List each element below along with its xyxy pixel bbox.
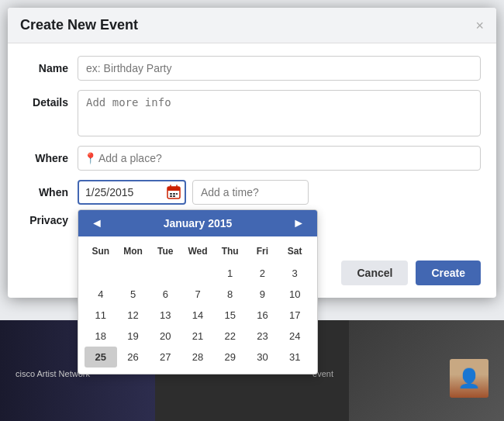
calendar-day-empty xyxy=(85,263,117,284)
details-row: Details xyxy=(23,90,481,136)
weekday-fri: Fri xyxy=(247,243,279,260)
calendar-next-button[interactable]: ► xyxy=(289,216,308,230)
calendar-dropdown: ◄ January 2015 ► Sun Mon Tue Wed xyxy=(78,209,318,374)
calendar-day-empty xyxy=(117,263,150,284)
calendar-day-15[interactable]: 15 xyxy=(214,305,247,326)
calendar-day-2[interactable]: 2 xyxy=(247,263,279,284)
calendar-day-11[interactable]: 11 xyxy=(85,305,117,326)
calendar-month-year: January 2015 xyxy=(164,217,233,229)
where-label: Where xyxy=(23,146,78,164)
weekday-wed: Wed xyxy=(181,243,214,260)
modal-header: Create New Event × xyxy=(8,8,496,43)
calendar-day-20[interactable]: 20 xyxy=(149,326,181,347)
calendar-day-25[interactable]: 25 xyxy=(85,347,117,368)
calendar-day-empty xyxy=(181,263,214,284)
svg-rect-7 xyxy=(170,195,172,197)
calendar-days: 1234567891011121314151617181920212223242… xyxy=(85,263,311,368)
calendar-day-8[interactable]: 8 xyxy=(214,284,247,305)
name-input[interactable] xyxy=(78,56,481,81)
weekday-mon: Mon xyxy=(117,243,150,260)
close-button[interactable]: × xyxy=(475,19,484,33)
svg-rect-1 xyxy=(167,187,180,191)
where-row: Where 📍 xyxy=(23,146,481,171)
calendar-day-12[interactable]: 12 xyxy=(117,305,150,326)
calendar-icon-button[interactable] xyxy=(166,185,181,200)
calendar-day-1[interactable]: 1 xyxy=(214,263,247,284)
weekday-tue: Tue xyxy=(149,243,181,260)
where-input-wrapper: 📍 xyxy=(78,146,481,171)
calendar-header: ◄ January 2015 ► xyxy=(78,210,317,236)
cancel-button[interactable]: Cancel xyxy=(341,261,408,285)
calendar-weekdays: Sun Mon Tue Wed Thu Fri Sat xyxy=(85,243,311,260)
calendar-day-4[interactable]: 4 xyxy=(85,284,117,305)
calendar-day-7[interactable]: 7 xyxy=(181,284,214,305)
calendar-day-27[interactable]: 27 xyxy=(149,347,181,368)
details-input[interactable] xyxy=(78,90,481,136)
calendar-day-21[interactable]: 21 xyxy=(181,326,214,347)
privacy-label: Privacy xyxy=(23,214,78,226)
calendar-day-6[interactable]: 6 xyxy=(149,284,181,305)
calendar-day-13[interactable]: 13 xyxy=(149,305,181,326)
calendar-day-empty xyxy=(149,263,181,284)
svg-rect-6 xyxy=(176,193,178,195)
create-event-modal: Create New Event × Name Details Where 📍 xyxy=(8,8,496,298)
time-input[interactable] xyxy=(192,180,309,205)
modal-body: Name Details Where 📍 When xyxy=(8,43,496,253)
calendar-day-3[interactable]: 3 xyxy=(278,263,311,284)
svg-rect-8 xyxy=(173,195,175,197)
weekday-sun: Sun xyxy=(85,243,117,260)
weekday-sat: Sat xyxy=(278,243,311,260)
calendar-day-9[interactable]: 9 xyxy=(247,284,279,305)
calendar-day-23[interactable]: 23 xyxy=(247,326,279,347)
name-label: Name xyxy=(23,56,78,74)
details-label: Details xyxy=(23,90,78,109)
calendar-day-10[interactable]: 10 xyxy=(278,284,311,305)
calendar-day-14[interactable]: 14 xyxy=(181,305,214,326)
calendar-day-24[interactable]: 24 xyxy=(278,326,311,347)
calendar-day-22[interactable]: 22 xyxy=(214,326,247,347)
calendar-day-26[interactable]: 26 xyxy=(117,347,150,368)
calendar-day-19[interactable]: 19 xyxy=(117,326,150,347)
calendar-day-30[interactable]: 30 xyxy=(247,347,279,368)
calendar-day-16[interactable]: 16 xyxy=(247,305,279,326)
where-input[interactable] xyxy=(78,146,481,171)
when-wrapper: ◄ January 2015 ► Sun Mon Tue Wed xyxy=(78,180,481,205)
calendar-grid: Sun Mon Tue Wed Thu Fri Sat 123456789101… xyxy=(78,236,317,374)
when-label: When xyxy=(23,180,78,198)
svg-rect-5 xyxy=(173,193,175,195)
date-input-wrapper: ◄ January 2015 ► Sun Mon Tue Wed xyxy=(78,180,186,205)
when-row: When xyxy=(23,180,481,205)
calendar-day-17[interactable]: 17 xyxy=(278,305,311,326)
name-row: Name xyxy=(23,56,481,81)
calendar-icon xyxy=(166,185,181,200)
calendar-day-5[interactable]: 5 xyxy=(117,284,150,305)
modal-title: Create New Event xyxy=(20,17,138,33)
calendar-day-31[interactable]: 31 xyxy=(278,347,311,368)
calendar-prev-button[interactable]: ◄ xyxy=(88,216,106,230)
calendar-day-29[interactable]: 29 xyxy=(214,347,247,368)
calendar-day-28[interactable]: 28 xyxy=(181,347,214,368)
calendar-day-18[interactable]: 18 xyxy=(85,326,117,347)
svg-rect-4 xyxy=(170,193,172,195)
weekday-thu: Thu xyxy=(214,243,247,260)
location-icon: 📍 xyxy=(84,152,97,164)
create-button[interactable]: Create xyxy=(416,261,481,285)
